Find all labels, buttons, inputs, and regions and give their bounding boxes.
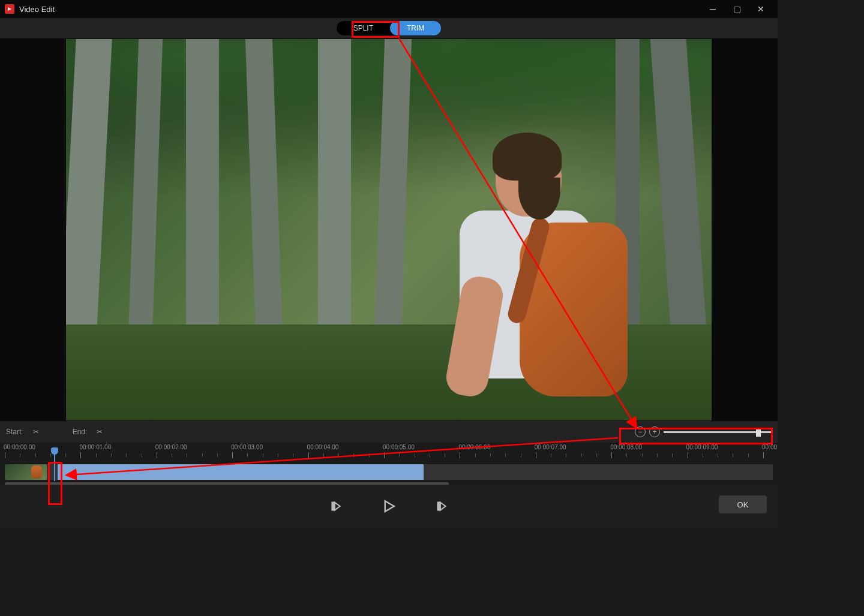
app-icon (5, 4, 14, 14)
video-preview[interactable] (66, 39, 712, 420)
timeline-ruler[interactable]: 00:00:00.0000:00:01.0000:00:02.0000:00:0… (0, 443, 778, 461)
zoom-controls: − + (635, 426, 772, 437)
ruler-tick-label: 00:00:08.00 (610, 444, 642, 450)
playback-controls: OK (0, 485, 778, 528)
clip-thumbnail[interactable] (5, 464, 47, 480)
scissors-icon: ✂ (33, 428, 39, 436)
ruler-tick-label: 00:00:05.00 (383, 444, 415, 450)
end-label: End: (73, 428, 88, 436)
tab-trim[interactable]: TRIM (390, 21, 441, 35)
mode-tab-group: SPLIT TRIM (337, 21, 442, 35)
playhead[interactable] (54, 449, 55, 481)
preview-area (0, 38, 778, 421)
ruler-tick-label: 00:00:03.00 (231, 444, 263, 450)
trim-controls-bar: Start: ✂ End: ✂ − + (0, 421, 778, 443)
play-button[interactable] (380, 497, 398, 515)
ruler-tick-label: 00:00:07.00 (535, 444, 566, 450)
frame-back-button[interactable] (328, 498, 344, 514)
set-start-button[interactable]: ✂ (29, 425, 43, 438)
frame-forward-button[interactable] (434, 498, 449, 514)
ruler-tick-label: 00:00:04.00 (307, 444, 339, 450)
maximize-button[interactable]: ▢ (725, 0, 749, 18)
ruler-tick-label: 00:00:10.00 (762, 444, 778, 450)
close-button[interactable]: ✕ (749, 0, 773, 18)
ruler-tick-label: 00:00:06.00 (458, 444, 490, 450)
zoom-in-button[interactable]: + (649, 426, 660, 437)
minimize-button[interactable]: ─ (701, 0, 725, 18)
window-title: Video Edit (19, 5, 701, 14)
scissors-icon: ✂ (97, 428, 103, 436)
tab-split[interactable]: SPLIT (337, 21, 390, 35)
start-label: Start: (6, 428, 23, 436)
set-end-button[interactable]: ✂ (93, 425, 106, 438)
zoom-slider[interactable] (664, 431, 772, 433)
zoom-out-button[interactable]: − (635, 426, 646, 437)
mode-tabbar: SPLIT TRIM (0, 18, 778, 38)
trim-selection[interactable] (58, 464, 424, 480)
timeline-track[interactable] (0, 461, 778, 485)
titlebar: Video Edit ─ ▢ ✕ (0, 0, 778, 18)
ruler-tick-label: 00:00:09.00 (686, 444, 718, 450)
ruler-tick-label: 00:00:00.00 (4, 444, 35, 450)
ruler-tick-label: 00:00:02.00 (155, 444, 187, 450)
zoom-slider-thumb[interactable] (756, 428, 761, 437)
ruler-tick-label: 00:00:01.00 (79, 444, 111, 450)
ok-button[interactable]: OK (719, 495, 767, 513)
